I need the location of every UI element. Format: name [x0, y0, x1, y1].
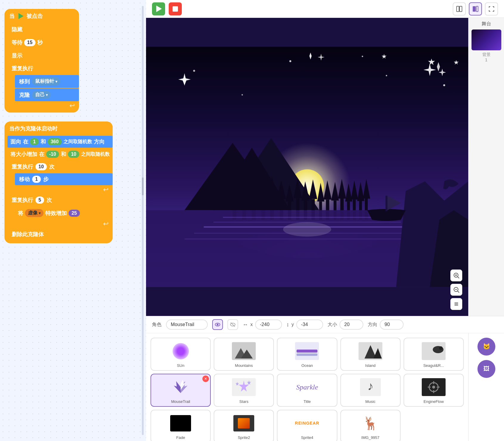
effect-type-dropdown[interactable]: 虚像 ▾ [25, 209, 44, 217]
repeat3-num[interactable]: 5 [35, 197, 44, 204]
x-value-input[interactable] [255, 320, 282, 330]
fade-sprite-img [169, 413, 193, 434]
code-scrollbar[interactable] [142, 6, 144, 435]
mountains-sprite-name: Mountains [235, 363, 253, 368]
move1-steps[interactable]: 1 [32, 176, 41, 183]
flag-icon [155, 6, 162, 12]
y-label: y [291, 322, 294, 327]
backdrop-label: 背景 [482, 52, 491, 57]
hide-block[interactable]: 隐藏 [7, 23, 79, 36]
repeat2-label: 重复执行 [12, 163, 33, 170]
view-stage-right-button[interactable] [469, 2, 482, 15]
sprite-name-input[interactable] [166, 320, 208, 330]
ocean-sprite-name: Ocean [301, 363, 313, 368]
svg-rect-3 [476, 6, 478, 12]
range1-min[interactable]: 1 [30, 138, 39, 145]
svg-rect-2 [473, 6, 476, 12]
block-text: 当 [9, 13, 15, 20]
sprite-card-title[interactable]: Sparkle Title [277, 374, 337, 407]
stage-canvas[interactable] [146, 18, 468, 316]
stage-label: 舞台 [482, 21, 491, 27]
reset-zoom-button[interactable] [450, 298, 462, 310]
sprite-card-sprite2[interactable]: Sprite2 [214, 410, 274, 441]
show-block[interactable]: 显示 [7, 49, 79, 62]
hide-visibility-button[interactable] [227, 319, 238, 330]
sprite-grid: SUn Mountains [146, 333, 468, 441]
svg-point-15 [362, 56, 363, 57]
stars-sprite-name: Stars [239, 399, 248, 404]
backdrop-num: 1 [485, 57, 488, 62]
loop2-arrow: ↩ [103, 186, 108, 194]
repeat2-num[interactable]: 10 [35, 163, 47, 170]
sprite-card-ocean[interactable]: Ocean [277, 338, 337, 371]
loop3-arrow: ↩ [103, 220, 108, 228]
add-backdrop-button[interactable]: 🖼 [477, 360, 495, 378]
loop-arrow: ↩ [69, 102, 75, 110]
svg-rect-108 [170, 415, 191, 431]
mousetrail-sprite-img [169, 377, 193, 398]
wait-block[interactable]: 等待 15 秒 [7, 36, 79, 49]
sun-sprite-img [169, 341, 193, 361]
right-panel: 舞台 背景 1 角色 [146, 0, 504, 441]
view-stage-right-icon [472, 5, 479, 13]
range2-min[interactable]: -10 [46, 151, 59, 158]
sprite-grid-sidebar: 🐱 🖼 [468, 333, 504, 441]
svg-rect-0 [457, 6, 459, 12]
svg-rect-1 [460, 6, 462, 12]
show-visibility-button[interactable] [212, 319, 223, 330]
x-axis-icon: ↔ [243, 322, 248, 328]
block-group-2: 当作为克隆体启动时 面向 在 1 和 360 之间取随机数 方向 将大小增加 在… [4, 121, 142, 243]
sprite-card-seagull[interactable]: Seagul&R... [404, 338, 464, 371]
sprite-card-mousetrail[interactable]: ✕ MouseTrail [151, 374, 211, 407]
sun-sprite-name: SUn [177, 363, 184, 368]
self-dropdown[interactable]: 自己 ▾ [32, 91, 51, 99]
fullscreen-button[interactable] [485, 2, 498, 15]
svg-rect-88 [297, 353, 317, 356]
view-split-button[interactable] [453, 2, 466, 15]
when-flag-clicked-block[interactable]: 当 被点击 [4, 9, 79, 23]
zoom-out-button[interactable] [450, 284, 462, 296]
svg-point-12 [386, 75, 387, 77]
seagull-sprite-img [422, 341, 446, 361]
sprite-card-fade[interactable]: Fade [151, 410, 211, 441]
stage-scene [146, 18, 468, 316]
delete-clone-label: 删除此克隆体 [12, 231, 44, 238]
sprite-card-img9957[interactable]: 🦌 IMG_9957 [340, 410, 401, 441]
seagull-sprite-name: Seagul&R... [423, 363, 444, 368]
mountains-sprite-img [232, 341, 256, 361]
add-sprite-button[interactable]: 🐱 [477, 338, 495, 356]
range2-max[interactable]: 10 [68, 151, 79, 158]
direction-value-input[interactable] [380, 320, 404, 330]
zoom-in-button[interactable] [450, 269, 462, 281]
sprite-card-sun[interactable]: SUn [151, 338, 211, 371]
mouse-pointer-dropdown[interactable]: 鼠标指针 ▾ [32, 77, 60, 85]
mousetrail-delete-button[interactable]: ✕ [202, 375, 209, 382]
move-to-label: 移到 [19, 78, 30, 85]
size-increase-label: 将大小增加 [10, 151, 37, 158]
when-clone-starts-block[interactable]: 当作为克隆体启动时 [4, 121, 113, 136]
svg-line-72 [458, 277, 459, 278]
size-value-input[interactable] [339, 320, 363, 330]
sprite-info-bar: 角色 ↔ x [146, 316, 504, 333]
sprite-card-island[interactable]: Island [340, 338, 401, 371]
sprite-card-music[interactable]: ♪ Music [340, 374, 401, 407]
y-value-input[interactable] [296, 320, 323, 330]
landscape-icon: 🖼 [482, 364, 491, 374]
svg-point-103 [432, 386, 435, 389]
wait-num-input[interactable]: 15 [24, 39, 35, 46]
svg-rect-67 [385, 196, 387, 211]
green-flag-button[interactable] [152, 2, 165, 15]
range1-max[interactable]: 360 [48, 138, 62, 145]
svg-text:🐱: 🐱 [483, 343, 490, 350]
fullscreen-icon [488, 5, 495, 13]
island-sprite-name: Island [365, 363, 376, 368]
effect-num[interactable]: 25 [69, 210, 80, 217]
stage-thumbnail[interactable] [472, 29, 501, 50]
view-controls [453, 2, 498, 15]
sprite-card-stars[interactable]: Stars [214, 374, 274, 407]
sprite-card-mountains[interactable]: Mountains [214, 338, 274, 371]
sprite-card-sprite4[interactable]: REINGEAR Sprite4 [277, 410, 337, 441]
direction-group: 方向 [368, 320, 404, 330]
sprite-card-engineflow[interactable]: EngineFlow [404, 374, 464, 407]
stop-button[interactable] [169, 2, 182, 15]
